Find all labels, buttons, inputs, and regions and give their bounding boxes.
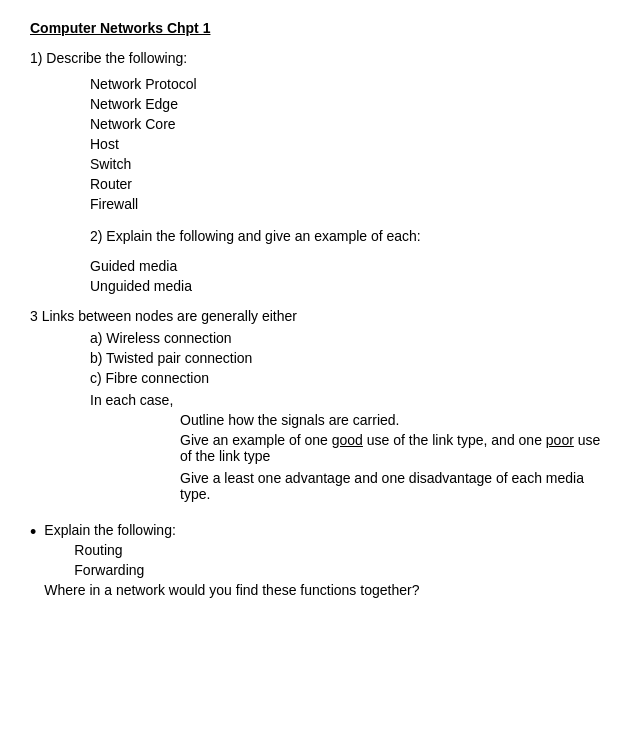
list-item: Unguided media [90, 278, 602, 294]
list-item: Host [90, 136, 602, 152]
page-title: Computer Networks Chpt 1 [30, 20, 602, 36]
question1-items: Network Protocol Network Edge Network Co… [30, 76, 602, 212]
question2-label: 2) Explain the following and give an exa… [90, 228, 602, 244]
list-item: Forwarding [44, 562, 602, 578]
poor-word: poor [546, 432, 574, 448]
question3-subitems: a) Wireless connection b) Twisted pair c… [30, 330, 602, 502]
list-item: Firewall [90, 196, 602, 212]
list-item: a) Wireless connection [90, 330, 602, 346]
list-item: Switch [90, 156, 602, 172]
nested-item-3: Give a least one advantage and one disad… [90, 470, 602, 502]
in-each-case: In each case, [90, 392, 602, 408]
nested-item-1: Outline how the signals are carried. [90, 412, 602, 428]
question1-label: 1) Describe the following: [30, 50, 602, 66]
list-item: Routing [44, 542, 602, 558]
last-line: Where in a network would you find these … [44, 582, 602, 598]
list-item: Network Edge [90, 96, 602, 112]
bullet-label: Explain the following: [44, 522, 602, 538]
nested-item-2: Give an example of one good use of the l… [90, 432, 602, 464]
question2-block: 2) Explain the following and give an exa… [30, 228, 602, 294]
bullet-icon: • [30, 520, 36, 545]
list-item: c) Fibre connection [90, 370, 602, 386]
list-item: Network Protocol [90, 76, 602, 92]
good-word: good [332, 432, 363, 448]
bullet-content: Explain the following: Routing Forwardin… [44, 522, 602, 598]
list-item: Guided media [90, 258, 602, 274]
list-item: b) Twisted pair connection [90, 350, 602, 366]
question3-label: 3 Links between nodes are generally eith… [30, 308, 602, 324]
bullet-section: • Explain the following: Routing Forward… [30, 522, 602, 598]
list-item: Network Core [90, 116, 602, 132]
list-item: Router [90, 176, 602, 192]
